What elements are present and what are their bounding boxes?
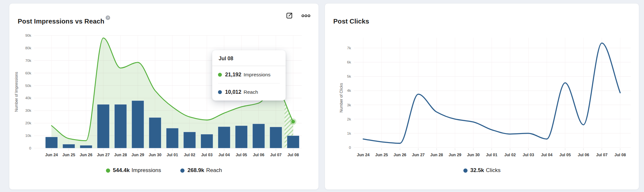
- legend-dot-impressions: [106, 168, 110, 173]
- legend-value: 268.9k: [187, 167, 204, 174]
- tooltip-row-impressions: 21,192 Impressions: [212, 66, 286, 83]
- y-tick-label: 20k: [25, 121, 31, 125]
- x-tick-label: Jun 26: [80, 153, 92, 157]
- x-tick-label: Jun 28: [430, 153, 443, 157]
- y-tick-label: 70k: [25, 59, 31, 62]
- x-tick-label: Jun 29: [131, 153, 144, 157]
- post-clicks-card: Post Clicks 01k2k3k4k5k6k7kJun 24Jun 25J…: [325, 3, 639, 190]
- card-actions: [285, 12, 310, 20]
- y-tick-label: 50k: [25, 84, 31, 88]
- tooltip-row-reach: 10,012 Reach: [212, 83, 286, 101]
- x-tick-label: Jul 01: [486, 153, 497, 157]
- dashboard-page: Post Impressions vs Reach?: [0, 0, 644, 192]
- reach-dot: [218, 90, 222, 94]
- y-tick-label: 0: [29, 146, 31, 150]
- reach-bar[interactable]: [166, 128, 178, 148]
- chart-tooltip: Jul 08 21,192 Impressions 10,012 Reach: [212, 50, 286, 101]
- x-tick-label: Jun 30: [149, 153, 162, 157]
- reach-bar[interactable]: [270, 127, 282, 148]
- legend-label: Clicks: [486, 167, 500, 174]
- x-tick-label: Jun 24: [357, 153, 370, 157]
- legend-dot-clicks: [463, 168, 468, 173]
- y-tick-label: 4k: [347, 89, 351, 92]
- legend-dot-reach: [180, 168, 185, 173]
- chart-legend: 544.4k Impressions 268.9k Reach: [9, 167, 318, 174]
- y-tick-label: 90k: [25, 34, 31, 37]
- reach-bar[interactable]: [132, 101, 144, 148]
- tooltip-value: 10,012: [225, 89, 241, 95]
- post-impressions-vs-reach-card: Post Impressions vs Reach?: [9, 3, 319, 190]
- reach-bar[interactable]: [184, 132, 196, 148]
- x-tick-label: Jul 04: [218, 153, 230, 157]
- x-tick-label: Jul 08: [614, 153, 626, 157]
- y-tick-label: 6k: [347, 60, 351, 64]
- y-tick-label: 1k: [347, 131, 351, 135]
- x-tick-label: Jul 07: [270, 153, 281, 157]
- post-clicks-chart[interactable]: 01k2k3k4k5k6k7kJun 24Jun 25Jun 26Jun 27J…: [325, 22, 639, 167]
- chart-legend: 32.5k Clicks: [325, 167, 639, 174]
- y-tick-label: 3k: [347, 103, 351, 107]
- reach-bar[interactable]: [45, 137, 58, 148]
- x-tick-label: Jul 02: [504, 153, 516, 157]
- ellipsis-icon: [301, 14, 310, 19]
- help-icon[interactable]: ?: [106, 15, 110, 20]
- tooltip-label: Impressions: [243, 72, 270, 78]
- tooltip-label: Reach: [243, 89, 258, 95]
- more-options-button[interactable]: [302, 12, 310, 20]
- x-tick-label: Jun 27: [412, 153, 425, 157]
- impressions-dot: [218, 73, 222, 77]
- export-button[interactable]: [285, 12, 293, 20]
- x-tick-label: Jun 25: [62, 153, 75, 157]
- x-tick-label: Jul 06: [253, 153, 264, 157]
- external-link-icon: [285, 12, 293, 21]
- x-tick-label: Jun 25: [375, 153, 388, 157]
- legend-value: 544.4k: [113, 167, 130, 174]
- y-tick-label: 80k: [25, 46, 31, 50]
- x-tick-label: Jul 04: [541, 153, 552, 157]
- reach-bar[interactable]: [80, 145, 92, 148]
- reach-bar[interactable]: [63, 144, 75, 148]
- legend-item-reach[interactable]: 268.9k Reach: [180, 167, 222, 174]
- y-tick-label: 0: [349, 146, 351, 149]
- reach-bar[interactable]: [287, 136, 299, 148]
- x-tick-label: Jul 01: [166, 153, 178, 157]
- y-tick-label: 5k: [347, 74, 351, 78]
- x-tick-label: Jun 29: [449, 153, 461, 157]
- y-tick-label: 30k: [25, 109, 31, 112]
- x-tick-label: Jul 03: [201, 153, 213, 157]
- x-tick-label: Jul 05: [236, 153, 247, 157]
- reach-bar[interactable]: [201, 134, 213, 148]
- x-tick-label: Jun 24: [45, 153, 58, 157]
- hovered-point-marker[interactable]: [291, 120, 295, 123]
- legend-item-clicks[interactable]: 32.5k Clicks: [463, 167, 501, 174]
- legend-label: Impressions: [132, 167, 161, 174]
- reach-bar[interactable]: [149, 118, 161, 148]
- x-tick-label: Jul 03: [523, 153, 534, 157]
- x-tick-label: Jul 05: [559, 153, 571, 157]
- reach-bar[interactable]: [252, 124, 265, 148]
- x-tick-label: Jul 06: [578, 153, 589, 157]
- legend-label: Reach: [206, 167, 222, 174]
- y-tick-label: 10k: [25, 134, 31, 138]
- x-tick-label: Jun 28: [114, 153, 127, 157]
- reach-bar[interactable]: [235, 126, 248, 148]
- y-axis-title: Number of Clicks: [339, 83, 344, 112]
- y-tick-label: 40k: [25, 96, 31, 100]
- tooltip-value: 21,192: [225, 72, 241, 78]
- reach-bar[interactable]: [114, 104, 127, 148]
- x-tick-label: Jul 02: [184, 153, 195, 157]
- x-tick-label: Jul 07: [596, 153, 607, 157]
- y-tick-label: 2k: [347, 117, 351, 121]
- reach-bar[interactable]: [97, 104, 109, 148]
- legend-item-impressions[interactable]: 544.4k Impressions: [106, 167, 161, 174]
- x-tick-label: Jun 26: [393, 153, 406, 157]
- legend-value: 32.5k: [470, 167, 484, 174]
- x-tick-label: Jun 27: [97, 153, 110, 157]
- x-tick-label: Jun 30: [467, 153, 480, 157]
- tooltip-title: Jul 08: [212, 50, 286, 66]
- y-tick-label: 60k: [25, 71, 31, 75]
- y-axis-title: Number of Impressions: [14, 72, 19, 112]
- y-tick-label: 7k: [347, 46, 351, 50]
- reach-bar[interactable]: [218, 127, 230, 148]
- x-tick-label: Jul 08: [288, 153, 299, 157]
